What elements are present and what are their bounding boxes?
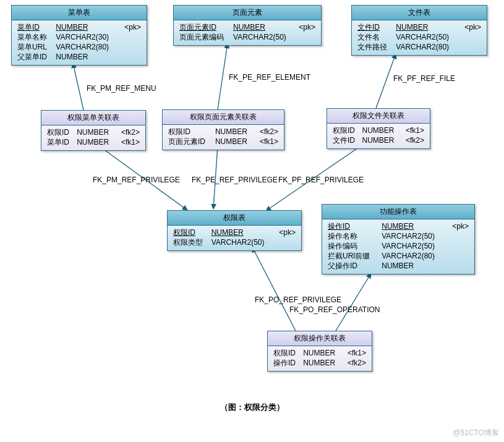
svg-line-0: [73, 63, 83, 110]
fk-label: FK_PE_REF_ELEMENT: [229, 73, 310, 82]
fk-label: FK_PE_REF_PRIVILEGE: [192, 176, 278, 184]
entity-title: 权限操作关联表: [268, 331, 372, 346]
entity-priv-file-assoc: 权限文件关联表 权限IDNUMBER<fk1> 文件IDNUMBER<fk2>: [327, 108, 430, 149]
fk-label: FK_PO_REF_PRIVILEGE: [255, 295, 341, 304]
entity-title: 权限文件关联表: [327, 109, 430, 124]
entity-title: 文件表: [352, 6, 487, 20]
diagram-caption: （图：权限分类）: [0, 402, 504, 413]
fk-label: FK_PO_REF_OPERATION: [289, 305, 380, 314]
fk-label: FK_PM_REF_PRIVILEGE: [93, 176, 180, 184]
entity-title: 页面元素: [174, 6, 321, 20]
entity-privilege: 权限表 权限IDNUMBER<pk> 权限类型VARCHAR2(50): [167, 210, 302, 251]
entity-title: 权限表: [168, 211, 301, 226]
svg-line-6: [252, 247, 296, 331]
entity-file: 文件表 文件IDNUMBER<pk> 文件名VARCHAR2(50) 文件路径V…: [351, 5, 487, 56]
entity-title: 菜单表: [12, 6, 147, 20]
entity-priv-page-assoc: 权限页面元素关联表 权限IDNUMBER<fk2> 页面元素IDNUMBER<f…: [162, 109, 284, 150]
entity-title: 权限菜单关联表: [41, 111, 145, 125]
entity-menu: 菜单表 菜单IDNUMBER<pk> 菜单名称VARCHAR2(30) 菜单UR…: [11, 5, 147, 66]
entity-priv-op-assoc: 权限操作关联表 权限IDNUMBER<fk1> 操作IDNUMBER<fk2>: [267, 331, 372, 372]
entity-page-element: 页面元素 页面元素IDNUMBER<pk> 页面元素编码VARCHAR2(50): [173, 5, 322, 46]
watermark: @51CTO博客: [453, 428, 499, 438]
fk-label: FK_PF_REF_FILE: [393, 74, 455, 83]
entity-operation: 功能操作表 操作IDNUMBER<pk> 操作名称VARCHAR2(50) 操作…: [322, 204, 475, 274]
fk-label: FK_PF_REF_PRIVILEGE: [278, 176, 364, 184]
fk-label: FK_PM_REF_MENU: [87, 84, 156, 93]
svg-line-1: [218, 43, 228, 109]
entity-title: 权限页面元素关联表: [163, 110, 284, 125]
entity-priv-menu-assoc: 权限菜单关联表 权限IDNUMBER<fk2> 菜单IDNUMBER<fk1>: [41, 110, 146, 151]
entity-title: 功能操作表: [322, 205, 474, 219]
